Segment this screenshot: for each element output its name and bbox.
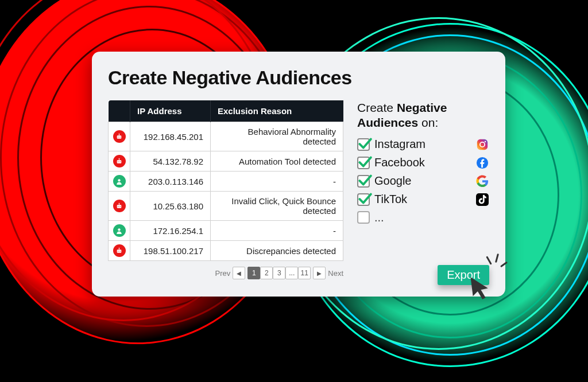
google-icon	[475, 174, 489, 188]
svg-point-2	[119, 137, 121, 138]
reason-cell: Invalid Click, Quick Bounce detected	[211, 192, 343, 221]
svg-point-7	[119, 161, 121, 162]
platform-label: Instagram	[374, 138, 471, 151]
svg-point-4	[119, 133, 120, 134]
platform-row-tiktok: TikTok	[357, 193, 489, 206]
table-row: 10.25.63.180Invalid Click, Quick Bounce …	[109, 192, 343, 221]
platform-label: Google	[374, 174, 471, 188]
user-icon	[109, 171, 130, 192]
page-title: Create Negative Audiences	[108, 67, 489, 89]
ip-cell: 54.132.78.92	[130, 151, 211, 171]
checkbox-more[interactable]	[357, 211, 370, 224]
ip-cell: 198.51.100.217	[130, 241, 211, 261]
platform-row-more: ...	[357, 211, 489, 224]
next-label[interactable]: Next	[328, 269, 343, 278]
svg-point-10	[118, 179, 120, 181]
prev-arrow-icon[interactable]: ◀	[233, 267, 245, 279]
svg-rect-14	[119, 204, 119, 205]
svg-rect-0	[117, 135, 122, 138]
svg-point-21	[119, 247, 120, 248]
exclusion-table: IP Address Exclusion Reason 192.168.45.2…	[108, 100, 343, 261]
svg-point-15	[119, 202, 120, 204]
svg-rect-3	[119, 134, 119, 135]
table-row: 203.0.113.146-	[109, 171, 343, 192]
platform-label: TikTok	[374, 193, 471, 206]
exclusion-table-wrap: IP Address Exclusion Reason 192.168.45.2…	[108, 100, 343, 279]
checkbox-instagram[interactable]	[357, 138, 370, 151]
svg-point-6	[118, 161, 119, 162]
col-icon	[109, 100, 130, 122]
platform-label: Facebook	[374, 156, 471, 169]
cursor-icon	[467, 275, 493, 302]
platform-row-google: Google	[357, 174, 489, 188]
table-row: 192.168.45.201Behavioral Abnormality det…	[109, 122, 343, 151]
reason-cell: -	[211, 221, 343, 241]
platform-row-facebook: Facebook	[357, 156, 489, 170]
page-...[interactable]: ...	[285, 267, 298, 279]
svg-point-19	[119, 251, 121, 252]
bot-icon	[109, 122, 130, 151]
table-row: 198.51.100.217Discrepancies detected	[109, 241, 343, 261]
reason-cell: -	[211, 171, 343, 192]
bot-icon	[109, 151, 130, 171]
table-row: 54.132.78.92Automation Tool detected	[109, 151, 343, 171]
page-11[interactable]: 11	[298, 267, 311, 279]
col-ip: IP Address	[130, 100, 211, 122]
reason-cell: Discrepancies detected	[211, 241, 343, 261]
svg-point-13	[119, 206, 121, 207]
col-reason: Exclusion Reason	[211, 100, 343, 122]
svg-point-9	[119, 158, 120, 159]
checkbox-facebook[interactable]	[357, 157, 370, 169]
user-icon	[109, 221, 130, 241]
facebook-icon	[475, 156, 489, 170]
table-row: 172.16.254.1-	[109, 221, 343, 241]
page-2[interactable]: 2	[260, 267, 273, 279]
ip-cell: 203.0.113.146	[130, 171, 211, 192]
ip-cell: 10.25.63.180	[130, 192, 211, 221]
checkbox-tiktok[interactable]	[357, 193, 370, 206]
page-1[interactable]: 1	[247, 267, 260, 279]
svg-point-16	[118, 228, 120, 231]
reason-cell: Behavioral Abnormality detected	[211, 122, 343, 151]
svg-point-18	[118, 251, 119, 252]
svg-rect-5	[117, 160, 122, 163]
svg-point-24	[485, 141, 486, 142]
svg-rect-17	[117, 250, 122, 252]
negative-audiences-card: Create Negative Audiences IP Address Exc…	[92, 52, 505, 297]
bot-icon	[109, 192, 130, 221]
platform-row-instagram: Instagram	[357, 138, 489, 151]
platform-label: ...	[374, 211, 489, 224]
platform-selector: Create Negative Audiences on: InstagramF…	[357, 100, 489, 279]
page-3[interactable]: 3	[273, 267, 285, 279]
prev-label[interactable]: Prev	[215, 269, 231, 278]
instagram-icon	[475, 138, 489, 151]
pagination: Prev ◀ 123...11 ▶ Next	[108, 267, 343, 279]
bot-icon	[109, 241, 130, 261]
svg-rect-20	[119, 248, 119, 250]
checkbox-google[interactable]	[357, 175, 370, 188]
svg-rect-8	[119, 159, 119, 160]
ip-cell: 192.168.45.201	[130, 122, 211, 151]
next-arrow-icon[interactable]: ▶	[313, 267, 326, 279]
export-wrap: Export	[438, 265, 489, 285]
svg-rect-11	[117, 205, 122, 208]
ip-cell: 172.16.254.1	[130, 221, 211, 241]
side-header: Create Negative Audiences on:	[357, 100, 489, 131]
svg-rect-22	[477, 139, 488, 149]
tiktok-icon	[475, 193, 489, 206]
click-burst-icon	[483, 255, 506, 278]
reason-cell: Automation Tool detected	[211, 151, 343, 171]
svg-point-12	[118, 206, 119, 207]
svg-point-1	[118, 137, 119, 138]
